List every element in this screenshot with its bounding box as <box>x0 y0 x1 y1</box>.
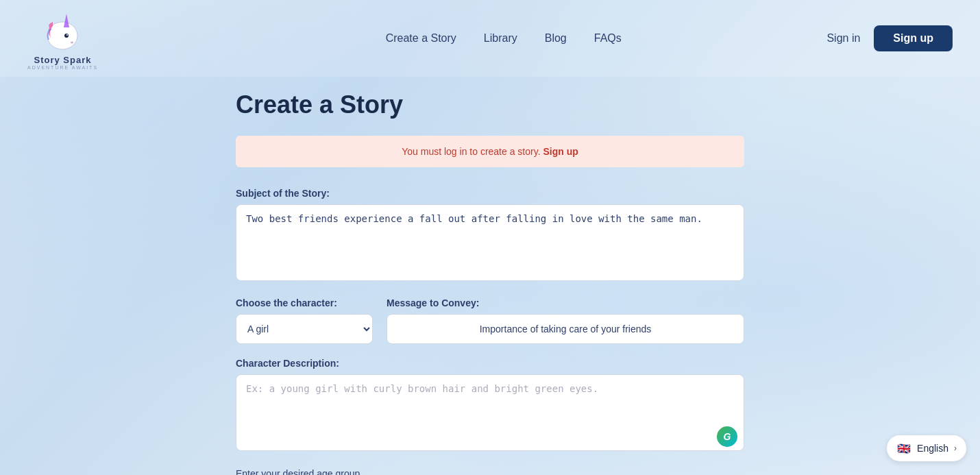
nav-blog[interactable]: Blog <box>545 32 567 45</box>
brand-tagline: ADVENTURE AWAITS <box>27 65 98 70</box>
alert-banner: You must log in to create a story. Sign … <box>236 136 744 167</box>
svg-marker-1 <box>64 14 69 27</box>
chevron-right-icon: › <box>954 443 957 453</box>
subject-textarea[interactable] <box>236 204 744 281</box>
char-desc-textarea[interactable] <box>236 374 744 451</box>
char-desc-label: Character Description: <box>236 358 744 369</box>
alert-text: You must log in to create a story. Sign … <box>402 146 578 157</box>
nav-faqs[interactable]: FAQs <box>594 32 622 45</box>
nav-create-story[interactable]: Create a Story <box>386 32 456 45</box>
page-title: Create a Story <box>236 90 744 119</box>
svg-point-4 <box>71 42 73 44</box>
message-label: Message to Convey: <box>387 297 744 308</box>
logo[interactable]: Story Spark ADVENTURE AWAITS <box>27 7 98 70</box>
language-switcher[interactable]: 🇬🇧 English › <box>887 435 966 461</box>
char-desc-wrapper: G <box>236 374 744 454</box>
character-message-row: Choose the character: A girl A boy An an… <box>236 297 744 344</box>
nav-actions: Sign in Sign up <box>826 25 953 51</box>
svg-point-2 <box>64 34 69 38</box>
character-label: Choose the character: <box>236 297 373 308</box>
svg-point-3 <box>66 34 68 36</box>
character-select[interactable]: A girl A boy An animal <box>236 314 373 344</box>
message-col: Message to Convey: <box>387 297 744 344</box>
sign-in-button[interactable]: Sign in <box>826 32 860 45</box>
nav-links: Create a Story Library Blog FAQs <box>180 32 826 45</box>
nav-library[interactable]: Library <box>484 32 517 45</box>
alert-signup-link[interactable]: Sign up <box>543 146 578 157</box>
grammarly-button[interactable]: G <box>717 426 737 447</box>
main-content: Create a Story You must log in to create… <box>0 77 980 475</box>
sign-up-button[interactable]: Sign up <box>874 25 953 51</box>
character-col: Choose the character: A girl A boy An an… <box>236 297 373 344</box>
brand-name: Story Spark <box>34 55 92 65</box>
age-group-label: Enter your desired age group. <box>236 468 363 475</box>
subject-label: Subject of the Story: <box>236 188 744 199</box>
message-input[interactable] <box>387 314 744 344</box>
language-label: English <box>917 443 948 454</box>
flag-icon: 🇬🇧 <box>896 441 911 456</box>
